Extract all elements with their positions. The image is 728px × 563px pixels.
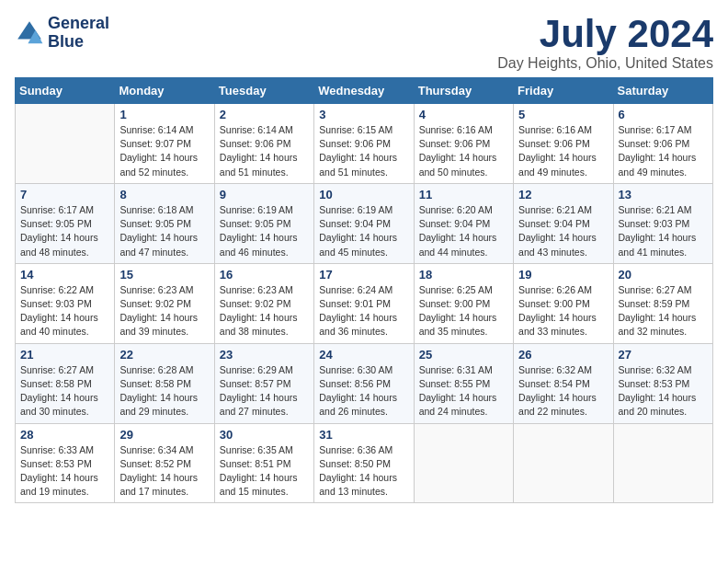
day-number: 7 — [20, 188, 109, 201]
calendar-cell: 26Sunrise: 6:32 AMSunset: 8:54 PMDayligh… — [514, 343, 613, 423]
day-number: 3 — [319, 108, 408, 121]
calendar-cell: 10Sunrise: 6:19 AMSunset: 9:04 PMDayligh… — [314, 183, 414, 263]
day-number: 12 — [518, 188, 608, 201]
day-info: Sunrise: 6:24 AMSunset: 9:01 PMDaylight:… — [319, 283, 408, 339]
day-number: 26 — [518, 348, 608, 362]
calendar-cell: 19Sunrise: 6:26 AMSunset: 9:00 PMDayligh… — [514, 263, 613, 343]
day-info: Sunrise: 6:26 AMSunset: 9:00 PMDaylight:… — [518, 283, 608, 339]
weekday-header: Monday — [115, 78, 214, 104]
day-info: Sunrise: 6:17 AMSunset: 9:06 PMDaylight:… — [619, 123, 708, 179]
calendar-cell: 22Sunrise: 6:28 AMSunset: 8:58 PMDayligh… — [115, 343, 214, 423]
calendar-cell: 3Sunrise: 6:15 AMSunset: 9:06 PMDaylight… — [314, 104, 414, 184]
calendar-week-row: 14Sunrise: 6:22 AMSunset: 9:03 PMDayligh… — [16, 263, 713, 343]
calendar-cell: 31Sunrise: 6:36 AMSunset: 8:50 PMDayligh… — [314, 423, 414, 503]
logo-icon — [15, 18, 44, 48]
day-info: Sunrise: 6:35 AMSunset: 8:51 PMDaylight:… — [220, 443, 309, 500]
day-number: 6 — [619, 108, 708, 121]
day-number: 15 — [119, 268, 209, 282]
logo-text: General Blue — [48, 15, 109, 52]
day-number: 31 — [319, 428, 408, 442]
title-block: July 2024 Day Heights, Ohio, United Stat… — [497, 15, 713, 72]
calendar-cell: 9Sunrise: 6:19 AMSunset: 9:05 PMDaylight… — [214, 183, 313, 263]
day-number: 2 — [220, 108, 309, 121]
day-number: 17 — [319, 268, 408, 282]
day-number: 16 — [220, 268, 309, 282]
day-info: Sunrise: 6:19 AMSunset: 9:04 PMDaylight:… — [319, 203, 408, 259]
calendar-cell — [514, 423, 613, 503]
calendar-cell: 4Sunrise: 6:16 AMSunset: 9:06 PMDaylight… — [414, 104, 513, 184]
calendar-cell: 25Sunrise: 6:31 AMSunset: 8:55 PMDayligh… — [414, 343, 513, 423]
day-number: 27 — [619, 348, 708, 362]
calendar-cell: 24Sunrise: 6:30 AMSunset: 8:56 PMDayligh… — [314, 343, 414, 423]
day-info: Sunrise: 6:29 AMSunset: 8:57 PMDaylight:… — [220, 363, 309, 419]
day-info: Sunrise: 6:34 AMSunset: 8:52 PMDaylight:… — [119, 443, 209, 500]
day-number: 18 — [419, 268, 508, 282]
day-info: Sunrise: 6:32 AMSunset: 8:54 PMDaylight:… — [518, 363, 608, 419]
calendar-cell: 28Sunrise: 6:33 AMSunset: 8:53 PMDayligh… — [16, 423, 115, 503]
calendar-cell: 6Sunrise: 6:17 AMSunset: 9:06 PMDaylight… — [613, 104, 712, 184]
day-info: Sunrise: 6:28 AMSunset: 8:58 PMDaylight:… — [119, 363, 209, 419]
day-info: Sunrise: 6:23 AMSunset: 9:02 PMDaylight:… — [220, 283, 309, 339]
day-info: Sunrise: 6:27 AMSunset: 8:58 PMDaylight:… — [20, 363, 109, 419]
day-info: Sunrise: 6:16 AMSunset: 9:06 PMDaylight:… — [518, 123, 608, 179]
day-number: 4 — [419, 108, 508, 121]
day-number: 9 — [220, 188, 309, 201]
weekday-header: Friday — [514, 78, 613, 104]
calendar-cell: 21Sunrise: 6:27 AMSunset: 8:58 PMDayligh… — [16, 343, 115, 423]
day-number: 22 — [119, 348, 209, 362]
day-number: 20 — [619, 268, 708, 282]
calendar-cell: 30Sunrise: 6:35 AMSunset: 8:51 PMDayligh… — [214, 423, 313, 503]
day-info: Sunrise: 6:16 AMSunset: 9:06 PMDaylight:… — [419, 123, 508, 179]
day-info: Sunrise: 6:18 AMSunset: 9:05 PMDaylight:… — [119, 203, 209, 259]
calendar-cell: 5Sunrise: 6:16 AMSunset: 9:06 PMDaylight… — [514, 104, 613, 184]
day-number: 14 — [20, 268, 109, 282]
day-info: Sunrise: 6:25 AMSunset: 9:00 PMDaylight:… — [419, 283, 508, 339]
weekday-header: Wednesday — [314, 78, 414, 104]
calendar-cell: 16Sunrise: 6:23 AMSunset: 9:02 PMDayligh… — [214, 263, 313, 343]
day-number: 23 — [220, 348, 309, 362]
calendar-cell: 7Sunrise: 6:17 AMSunset: 9:05 PMDaylight… — [16, 183, 115, 263]
day-info: Sunrise: 6:20 AMSunset: 9:04 PMDaylight:… — [419, 203, 508, 259]
day-info: Sunrise: 6:21 AMSunset: 9:04 PMDaylight:… — [518, 203, 608, 259]
day-info: Sunrise: 6:17 AMSunset: 9:05 PMDaylight:… — [20, 203, 109, 259]
day-number: 21 — [20, 348, 109, 362]
day-info: Sunrise: 6:19 AMSunset: 9:05 PMDaylight:… — [220, 203, 309, 259]
calendar-table: SundayMondayTuesdayWednesdayThursdayFrid… — [15, 77, 713, 503]
calendar-cell: 15Sunrise: 6:23 AMSunset: 9:02 PMDayligh… — [115, 263, 214, 343]
day-number: 5 — [518, 108, 608, 121]
weekday-header: Sunday — [16, 78, 115, 104]
calendar-cell — [613, 423, 712, 503]
day-number: 13 — [619, 188, 708, 201]
weekday-header: Thursday — [414, 78, 513, 104]
day-number: 10 — [319, 188, 408, 201]
calendar-cell — [414, 423, 513, 503]
day-info: Sunrise: 6:15 AMSunset: 9:06 PMDaylight:… — [319, 123, 408, 179]
day-info: Sunrise: 6:33 AMSunset: 8:53 PMDaylight:… — [20, 443, 109, 500]
calendar-cell: 2Sunrise: 6:14 AMSunset: 9:06 PMDaylight… — [214, 104, 313, 184]
day-info: Sunrise: 6:30 AMSunset: 8:56 PMDaylight:… — [319, 363, 408, 419]
page-header: General Blue July 2024 Day Heights, Ohio… — [15, 15, 713, 72]
calendar-cell — [16, 104, 115, 184]
calendar-week-row: 21Sunrise: 6:27 AMSunset: 8:58 PMDayligh… — [16, 343, 713, 423]
calendar-cell: 18Sunrise: 6:25 AMSunset: 9:00 PMDayligh… — [414, 263, 513, 343]
calendar-cell: 23Sunrise: 6:29 AMSunset: 8:57 PMDayligh… — [214, 343, 313, 423]
day-info: Sunrise: 6:14 AMSunset: 9:07 PMDaylight:… — [119, 123, 209, 179]
calendar-cell: 20Sunrise: 6:27 AMSunset: 8:59 PMDayligh… — [613, 263, 712, 343]
day-info: Sunrise: 6:23 AMSunset: 9:02 PMDaylight:… — [119, 283, 209, 339]
day-number: 24 — [319, 348, 408, 362]
weekday-header: Tuesday — [214, 78, 313, 104]
calendar-week-row: 28Sunrise: 6:33 AMSunset: 8:53 PMDayligh… — [16, 423, 713, 503]
day-number: 28 — [20, 428, 109, 442]
calendar-cell: 29Sunrise: 6:34 AMSunset: 8:52 PMDayligh… — [115, 423, 214, 503]
day-info: Sunrise: 6:36 AMSunset: 8:50 PMDaylight:… — [319, 443, 408, 500]
calendar-header-row: SundayMondayTuesdayWednesdayThursdayFrid… — [16, 78, 713, 104]
logo: General Blue — [15, 15, 109, 52]
day-info: Sunrise: 6:22 AMSunset: 9:03 PMDaylight:… — [20, 283, 109, 339]
main-title: July 2024 — [497, 15, 713, 53]
day-number: 8 — [119, 188, 209, 201]
calendar-cell: 27Sunrise: 6:32 AMSunset: 8:53 PMDayligh… — [613, 343, 712, 423]
day-info: Sunrise: 6:32 AMSunset: 8:53 PMDaylight:… — [619, 363, 708, 419]
day-number: 1 — [119, 108, 209, 121]
calendar-cell: 11Sunrise: 6:20 AMSunset: 9:04 PMDayligh… — [414, 183, 513, 263]
weekday-header: Saturday — [613, 78, 712, 104]
